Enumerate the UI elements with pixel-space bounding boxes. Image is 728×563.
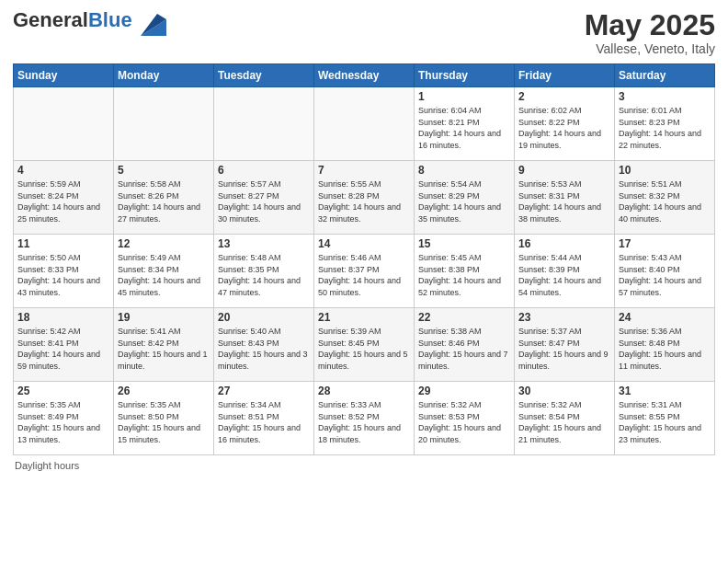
table-row: 24Sunrise: 5:36 AMSunset: 8:48 PMDayligh… [615,308,715,382]
table-row: 4Sunrise: 5:59 AMSunset: 8:24 PMDaylight… [14,161,114,235]
day-number: 17 [619,237,711,250]
logo: GeneralBlue [13,9,166,36]
calendar-week-row: 4Sunrise: 5:59 AMSunset: 8:24 PMDaylight… [14,161,715,235]
day-info: Sunrise: 5:36 AMSunset: 8:48 PMDaylight:… [619,327,701,371]
day-info: Sunrise: 5:42 AMSunset: 8:41 PMDaylight:… [17,327,100,371]
day-info: Sunrise: 5:41 AMSunset: 8:42 PMDaylight:… [118,327,208,371]
table-row: 9Sunrise: 5:53 AMSunset: 8:31 PMDaylight… [515,161,615,235]
day-number: 8 [418,164,510,177]
day-info: Sunrise: 5:44 AMSunset: 8:39 PMDaylight:… [518,253,601,297]
table-row: 11Sunrise: 5:50 AMSunset: 8:33 PMDayligh… [14,235,114,308]
table-row: 29Sunrise: 5:32 AMSunset: 8:53 PMDayligh… [415,382,515,455]
calendar-week-row: 18Sunrise: 5:42 AMSunset: 8:41 PMDayligh… [14,308,715,382]
day-number: 19 [118,311,210,324]
logo-icon [141,10,166,36]
day-info: Sunrise: 5:59 AMSunset: 8:24 PMDaylight:… [17,179,100,224]
day-number: 7 [318,164,410,177]
day-number: 21 [318,311,410,324]
day-info: Sunrise: 5:53 AMSunset: 8:31 PMDaylight:… [518,179,601,224]
table-row: 23Sunrise: 5:37 AMSunset: 8:47 PMDayligh… [515,308,615,382]
day-info: Sunrise: 5:32 AMSunset: 8:53 PMDaylight:… [418,400,501,444]
table-row: 30Sunrise: 5:32 AMSunset: 8:54 PMDayligh… [515,382,615,455]
day-number: 20 [218,311,310,324]
title-block: May 2025 Vallese, Veneto, Italy [585,9,715,56]
day-number: 29 [418,385,510,397]
day-number: 31 [619,385,711,397]
day-number: 18 [17,311,109,324]
day-number: 14 [318,237,410,250]
table-row: 22Sunrise: 5:38 AMSunset: 8:46 PMDayligh… [415,308,515,382]
location-subtitle: Vallese, Veneto, Italy [585,41,715,56]
day-number: 28 [318,385,410,397]
day-info: Sunrise: 5:31 AMSunset: 8:55 PMDaylight:… [619,400,701,444]
table-row: 12Sunrise: 5:49 AMSunset: 8:34 PMDayligh… [114,235,214,308]
day-info: Sunrise: 5:40 AMSunset: 8:43 PMDaylight:… [218,327,308,371]
day-info: Sunrise: 5:58 AMSunset: 8:26 PMDaylight:… [118,179,200,224]
logo-blue-text: Blue [88,8,132,31]
day-info: Sunrise: 5:37 AMSunset: 8:47 PMDaylight:… [518,327,609,371]
day-info: Sunrise: 5:55 AMSunset: 8:28 PMDaylight:… [318,179,401,224]
calendar-week-row: 11Sunrise: 5:50 AMSunset: 8:33 PMDayligh… [14,235,715,308]
table-row: 6Sunrise: 5:57 AMSunset: 8:27 PMDaylight… [214,161,314,235]
table-row: 19Sunrise: 5:41 AMSunset: 8:42 PMDayligh… [114,308,214,382]
day-info: Sunrise: 5:50 AMSunset: 8:33 PMDaylight:… [17,253,100,297]
day-info: Sunrise: 5:33 AMSunset: 8:52 PMDaylight:… [318,400,401,444]
day-info: Sunrise: 5:57 AMSunset: 8:27 PMDaylight:… [218,179,301,224]
col-sunday: Sunday [14,64,114,87]
day-number: 22 [418,311,510,324]
day-number: 23 [518,311,610,324]
table-row: 2Sunrise: 6:02 AMSunset: 8:22 PMDaylight… [515,87,615,161]
table-row: 26Sunrise: 5:35 AMSunset: 8:50 PMDayligh… [114,382,214,455]
table-row: 25Sunrise: 5:35 AMSunset: 8:49 PMDayligh… [14,382,114,455]
day-number: 4 [17,164,109,177]
day-info: Sunrise: 5:48 AMSunset: 8:35 PMDaylight:… [218,253,301,297]
day-info: Sunrise: 5:43 AMSunset: 8:40 PMDaylight:… [619,253,701,297]
day-info: Sunrise: 5:35 AMSunset: 8:49 PMDaylight:… [17,400,100,444]
day-info: Sunrise: 5:39 AMSunset: 8:45 PMDaylight:… [318,327,408,371]
col-tuesday: Tuesday [214,64,314,87]
table-row: 8Sunrise: 5:54 AMSunset: 8:29 PMDaylight… [415,161,515,235]
table-row [114,87,214,161]
table-row: 14Sunrise: 5:46 AMSunset: 8:37 PMDayligh… [314,235,415,308]
footer-note: Daylight hours [13,460,715,471]
day-number: 5 [118,164,210,177]
header: GeneralBlue May 2025 Vallese, Veneto, It… [13,9,715,56]
day-info: Sunrise: 6:04 AMSunset: 8:21 PMDaylight:… [418,106,501,150]
table-row: 15Sunrise: 5:45 AMSunset: 8:38 PMDayligh… [415,235,515,308]
day-info: Sunrise: 5:51 AMSunset: 8:32 PMDaylight:… [619,179,701,224]
day-number: 11 [17,237,109,250]
calendar-week-row: 25Sunrise: 5:35 AMSunset: 8:49 PMDayligh… [14,382,715,455]
table-row [14,87,114,161]
col-friday: Friday [515,64,615,87]
day-number: 27 [218,385,310,397]
calendar-table: Sunday Monday Tuesday Wednesday Thursday… [13,63,715,455]
table-row [214,87,314,161]
table-row: 18Sunrise: 5:42 AMSunset: 8:41 PMDayligh… [14,308,114,382]
day-number: 15 [418,237,510,250]
day-info: Sunrise: 5:32 AMSunset: 8:54 PMDaylight:… [518,400,601,444]
day-number: 13 [218,237,310,250]
col-thursday: Thursday [415,64,515,87]
table-row: 3Sunrise: 6:01 AMSunset: 8:23 PMDaylight… [615,87,715,161]
day-info: Sunrise: 5:46 AMSunset: 8:37 PMDaylight:… [318,253,401,297]
day-number: 3 [619,90,711,103]
day-number: 2 [518,90,610,103]
day-number: 26 [118,385,210,397]
day-info: Sunrise: 6:01 AMSunset: 8:23 PMDaylight:… [619,106,701,150]
table-row: 20Sunrise: 5:40 AMSunset: 8:43 PMDayligh… [214,308,314,382]
day-number: 6 [218,164,310,177]
day-number: 25 [17,385,109,397]
calendar-header-row: Sunday Monday Tuesday Wednesday Thursday… [14,64,715,87]
table-row: 10Sunrise: 5:51 AMSunset: 8:32 PMDayligh… [615,161,715,235]
table-row: 28Sunrise: 5:33 AMSunset: 8:52 PMDayligh… [314,382,415,455]
col-saturday: Saturday [615,64,715,87]
table-row: 7Sunrise: 5:55 AMSunset: 8:28 PMDaylight… [314,161,415,235]
page: GeneralBlue May 2025 Vallese, Veneto, It… [0,0,728,480]
table-row [314,87,415,161]
table-row: 16Sunrise: 5:44 AMSunset: 8:39 PMDayligh… [515,235,615,308]
day-info: Sunrise: 5:45 AMSunset: 8:38 PMDaylight:… [418,253,501,297]
day-number: 30 [518,385,610,397]
day-number: 16 [518,237,610,250]
day-info: Sunrise: 5:38 AMSunset: 8:46 PMDaylight:… [418,327,508,371]
logo-general-text: General [13,8,88,31]
